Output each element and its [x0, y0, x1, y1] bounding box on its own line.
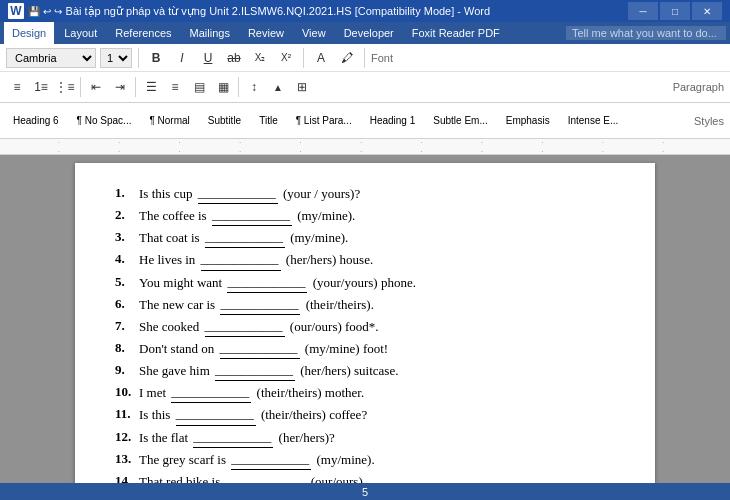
justify-button[interactable]: ▦	[212, 76, 234, 98]
maximize-button[interactable]: □	[660, 2, 690, 20]
line-number: 2.	[115, 205, 135, 226]
tab-view[interactable]: View	[294, 22, 334, 44]
separator-4	[80, 77, 81, 97]
ruler-marks: · · · · · · · · · · · · · · · · · · · · …	[8, 139, 722, 155]
numbering-button[interactable]: 1≡	[30, 76, 52, 98]
separator-3	[364, 48, 365, 68]
minimize-button[interactable]: ─	[628, 2, 658, 20]
separator-1	[138, 48, 139, 68]
styles-toolbar: Heading 6 ¶ No Spac... ¶ Normal Subtitle…	[0, 103, 730, 139]
doc-line: 13.The grey scarf is ____________ (my/mi…	[115, 449, 615, 470]
line-content: That red bike is ____________ (our/ours)…	[139, 471, 366, 483]
separator-5	[135, 77, 136, 97]
tab-layout[interactable]: Layout	[56, 22, 105, 44]
line-content: The coffee is ____________ (my/mine).	[139, 205, 355, 226]
doc-line: 14.That red bike is ____________ (our/ou…	[115, 471, 615, 483]
multilevel-button[interactable]: ⋮≡	[54, 76, 76, 98]
tab-mailings[interactable]: Mailings	[182, 22, 238, 44]
document-page: 1.Is this cup ____________ (your / yours…	[75, 163, 655, 483]
style-normal[interactable]: ¶ Normal	[142, 107, 196, 135]
tab-developer[interactable]: Developer	[336, 22, 402, 44]
borders-button[interactable]: ⊞	[291, 76, 313, 98]
tab-foxit[interactable]: Foxit Reader PDF	[404, 22, 508, 44]
close-button[interactable]: ✕	[692, 2, 722, 20]
line-number: 14.	[115, 471, 135, 483]
doc-line: 6.The new car is ____________ (their/the…	[115, 294, 615, 315]
line-number: 13.	[115, 449, 135, 470]
shading-button[interactable]: ▲	[267, 76, 289, 98]
line-number: 12.	[115, 427, 135, 448]
line-number: 5.	[115, 272, 135, 293]
paragraph-toolbar: ≡ 1≡ ⋮≡ ⇤ ⇥ ☰ ≡ ▤ ▦ ↕ ▲ ⊞ Paragraph	[0, 72, 730, 102]
text-color-button[interactable]: A	[310, 47, 332, 69]
search-input[interactable]	[566, 26, 726, 40]
line-number: 1.	[115, 183, 135, 204]
line-content: Is this ____________ (their/theirs) coff…	[139, 404, 367, 425]
style-subtle-em[interactable]: Subtle Em...	[426, 107, 494, 135]
strikethrough-button[interactable]: ab	[223, 47, 245, 69]
tab-references[interactable]: References	[107, 22, 179, 44]
doc-line: 9.She gave him ____________ (her/hers) s…	[115, 360, 615, 381]
title-text: Bài tập ngữ pháp và từ vựng Unit 2.ILSMW…	[66, 5, 491, 18]
style-no-spacing[interactable]: ¶ No Spac...	[70, 107, 139, 135]
style-intense-e[interactable]: Intense E...	[561, 107, 626, 135]
superscript-button[interactable]: X²	[275, 47, 297, 69]
align-right-button[interactable]: ▤	[188, 76, 210, 98]
style-emphasis[interactable]: Emphasis	[499, 107, 557, 135]
line-number: 6.	[115, 294, 135, 315]
italic-button[interactable]: I	[171, 47, 193, 69]
line-content: She cooked ____________ (our/ours) food*…	[139, 316, 379, 337]
line-number: 7.	[115, 316, 135, 337]
doc-line: 11.Is this ____________ (their/theirs) c…	[115, 404, 615, 425]
bullets-button[interactable]: ≡	[6, 76, 28, 98]
line-content: He lives in ____________ (her/hers) hous…	[139, 249, 373, 270]
line-content: You might want ____________ (your/yours)…	[139, 272, 416, 293]
line-content: I met ____________ (their/theirs) mother…	[139, 382, 364, 403]
increase-indent-button[interactable]: ⇥	[109, 76, 131, 98]
tab-review[interactable]: Review	[240, 22, 292, 44]
line-number: 9.	[115, 360, 135, 381]
line-spacing-button[interactable]: ↕	[243, 76, 265, 98]
doc-line: 8.Don't stand on ____________ (my/mine) …	[115, 338, 615, 359]
app-icon: W	[8, 3, 24, 19]
title-bar-controls[interactable]: ─ □ ✕	[628, 2, 722, 20]
align-left-button[interactable]: ☰	[140, 76, 162, 98]
doc-line: 1.Is this cup ____________ (your / yours…	[115, 183, 615, 204]
style-list-para[interactable]: ¶ List Para...	[289, 107, 359, 135]
font-selector[interactable]: Cambria	[6, 48, 96, 68]
style-heading1[interactable]: Heading 1	[363, 107, 423, 135]
decrease-indent-button[interactable]: ⇤	[85, 76, 107, 98]
doc-line: 3.That coat is ____________ (my/mine).	[115, 227, 615, 248]
font-size-selector[interactable]: 12	[100, 48, 132, 68]
subscript-button[interactable]: X₂	[249, 47, 271, 69]
doc-line: 7.She cooked ____________ (our/ours) foo…	[115, 316, 615, 337]
style-heading6[interactable]: Heading 6	[6, 107, 66, 135]
title-bar: W 💾 ↩ ↪ Bài tập ngữ pháp và từ vựng Unit…	[0, 0, 730, 22]
doc-line: 2.The coffee is ____________ (my/mine).	[115, 205, 615, 226]
line-content: Don't stand on ____________ (my/mine) fo…	[139, 338, 388, 359]
page-number: 5	[362, 486, 368, 498]
ruler: · · · · · · · · · · · · · · · · · · · · …	[0, 139, 730, 155]
highlight-button[interactable]: 🖍	[336, 47, 358, 69]
align-center-button[interactable]: ≡	[164, 76, 186, 98]
style-subtitle[interactable]: Subtitle	[201, 107, 248, 135]
underline-button[interactable]: U	[197, 47, 219, 69]
paragraph-label: Paragraph	[673, 81, 724, 93]
ribbon-tabs: Design Layout References Mailings Review…	[0, 22, 730, 44]
line-content: The grey scarf is ____________ (my/mine)…	[139, 449, 375, 470]
document-area: 1.Is this cup ____________ (your / yours…	[0, 155, 730, 483]
line-content: That coat is ____________ (my/mine).	[139, 227, 348, 248]
separator-6	[238, 77, 239, 97]
line-number: 3.	[115, 227, 135, 248]
doc-line: 4.He lives in ____________ (her/hers) ho…	[115, 249, 615, 270]
bold-button[interactable]: B	[145, 47, 167, 69]
line-number: 11.	[115, 404, 135, 425]
line-content: The new car is ____________ (their/their…	[139, 294, 374, 315]
styles-label: Styles	[694, 115, 724, 127]
line-number: 8.	[115, 338, 135, 359]
line-content: Is this cup ____________ (your / yours)?	[139, 183, 360, 204]
quick-access: 💾 ↩ ↪	[28, 6, 62, 17]
doc-line: 5.You might want ____________ (your/your…	[115, 272, 615, 293]
tab-design[interactable]: Design	[4, 22, 54, 44]
style-title[interactable]: Title	[252, 107, 285, 135]
